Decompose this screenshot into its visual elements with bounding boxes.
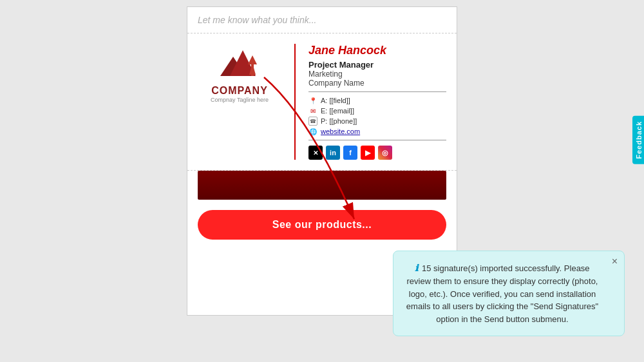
feedback-tab[interactable]: Feedback [632, 116, 644, 164]
sig-name: Jane Hancock [308, 44, 446, 57]
sig-website-row: 🌐 website.com [308, 127, 446, 136]
sig-email-row: ✉ E: [[email]] [308, 106, 446, 115]
email-icon: ✉ [308, 106, 317, 115]
phone-icon: ☎ [308, 117, 317, 126]
email-cta-section: See our products... [198, 210, 446, 240]
cta-button[interactable]: See our products... [198, 210, 446, 240]
sig-title: Project Manager [308, 60, 446, 70]
sig-hr-2 [308, 140, 446, 140]
sig-social-row: ✕ in f ▶ ◎ [308, 146, 446, 160]
sig-email-label: E: [[email]] [321, 107, 354, 115]
signature-divider [294, 44, 296, 160]
sig-phone-label: P: [[phone]] [321, 117, 357, 125]
notification-message: 15 signature(s) imported successfully. P… [406, 263, 598, 324]
social-facebook-icon[interactable]: f [343, 146, 357, 160]
svg-rect-3 [251, 63, 254, 76]
sig-company: Company Name [308, 79, 446, 88]
signature-left: COMPANY Compnay Tagline here [198, 44, 281, 160]
sig-hr-1 [308, 91, 446, 92]
main-container: Let me know what you think... [0, 0, 644, 362]
sig-phone-row: ☎ P: [[phone]] [308, 117, 446, 126]
placeholder-text: Let me know what you think... [198, 15, 316, 25]
social-instagram-icon[interactable]: ◎ [378, 146, 392, 160]
notification-close-button[interactable]: × [612, 256, 618, 267]
sig-address-label: A: [[field]] [321, 97, 350, 104]
logo-svg [214, 44, 265, 82]
signature-right: Jane Hancock Project Manager Marketing C… [308, 44, 446, 160]
notification-box: × ℹ 15 signature(s) imported successfull… [393, 251, 625, 336]
signature-block: COMPANY Compnay Tagline here Jane Hancoc… [187, 33, 457, 171]
company-tagline: Compnay Tagline here [211, 97, 269, 103]
email-placeholder-text: Let me know what you think... [187, 7, 457, 33]
svg-marker-4 [248, 55, 257, 64]
company-name: COMPANY [211, 85, 268, 97]
company-logo [214, 44, 265, 82]
web-icon: 🌐 [308, 127, 317, 136]
email-dark-banner [198, 171, 446, 200]
social-x-icon[interactable]: ✕ [308, 146, 323, 160]
info-icon: ℹ [415, 263, 418, 273]
sig-address-row: 📍 A: [[field]] [308, 96, 446, 105]
sig-website[interactable]: website.com [321, 128, 360, 135]
social-linkedin-icon[interactable]: in [326, 146, 340, 160]
location-icon: 📍 [308, 96, 317, 105]
social-youtube-icon[interactable]: ▶ [361, 146, 375, 160]
sig-dept: Marketing [308, 70, 446, 79]
